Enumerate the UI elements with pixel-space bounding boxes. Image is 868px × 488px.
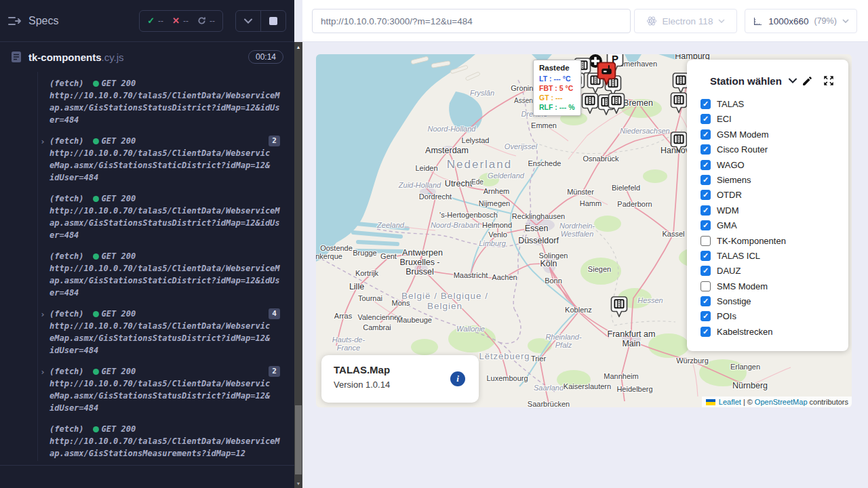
measurement-row: RLF : --- % <box>539 102 575 112</box>
checkbox-icon[interactable]: ✓ <box>701 160 711 170</box>
checkbox-label: ECI <box>717 114 732 124</box>
station-filter-talas-icl[interactable]: ✓TALAS ICL <box>701 251 848 261</box>
request-url: http://10.10.0.70/talas5/ClientData/Webs… <box>50 205 280 241</box>
chevron-down-icon[interactable] <box>789 78 797 83</box>
ruler-icon <box>753 16 763 26</box>
network-log-entry[interactable]: (fetch)GET 200http://10.10.0.70/talas5/C… <box>50 192 280 241</box>
stop-button[interactable] <box>260 11 285 31</box>
network-log-entry[interactable]: (fetch)GET 200http://10.10.0.70/talas5/C… <box>50 250 280 299</box>
marker-station[interactable] <box>608 93 625 117</box>
status-dot-icon <box>93 81 99 87</box>
checkbox-label: SMS Modem <box>717 281 768 291</box>
call-count-badge: 4 <box>269 308 280 319</box>
station-filter-wago[interactable]: ✓WAGO <box>701 160 848 170</box>
specs-title[interactable]: Specs <box>28 15 58 27</box>
request-url: http://10.10.0.70/talas5/ClientData/Webs… <box>50 378 280 414</box>
scroll-up-arrow[interactable]: ▲ <box>294 42 302 52</box>
checkbox-icon[interactable]: ✓ <box>701 205 711 216</box>
spec-file-icon <box>11 51 22 63</box>
expand-fullscreen-icon[interactable] <box>823 75 835 87</box>
viewport-select[interactable]: 1000x660 (79%) <box>745 9 857 33</box>
station-filter-pois[interactable]: ✓POIs <box>701 311 848 321</box>
tooltip-title: Rastede <box>539 64 575 72</box>
scrollbar-thumb[interactable] <box>295 405 302 474</box>
marker-station[interactable] <box>581 93 599 117</box>
network-log-entry[interactable]: ›(fetch)GET 2002http://10.10.0.70/talas5… <box>50 135 280 184</box>
url-input[interactable] <box>312 9 631 33</box>
measurement-row: LT : --- °C <box>539 74 575 83</box>
station-panel-title[interactable]: Station wählen <box>710 75 782 87</box>
station-filter-panel: Station wählen ✓TALAS✓ECI✓GSM Modem✓Cisc… <box>687 60 848 351</box>
expand-chevron-icon[interactable]: › <box>40 136 45 148</box>
station-filter-gsm-modem[interactable]: ✓GSM Modem <box>701 129 848 140</box>
checkbox-label: WAGO <box>717 160 745 170</box>
network-log-entry[interactable]: ›(fetch)GET 2004http://10.10.0.70/talas5… <box>50 308 280 357</box>
edit-pencil-icon[interactable] <box>802 75 813 87</box>
checkbox-icon[interactable]: ✓ <box>701 251 711 261</box>
checkbox-icon[interactable] <box>701 236 711 246</box>
checkbox-icon[interactable]: ✓ <box>701 175 711 185</box>
network-log-entry[interactable]: (fetch)GET 200http://10.10.0.70/talas5/C… <box>50 423 280 460</box>
checkbox-icon[interactable]: ✓ <box>701 266 711 276</box>
checkbox-icon[interactable]: ✓ <box>701 190 711 200</box>
electron-icon <box>646 16 657 26</box>
command-log: (fetch)GET 200http://10.10.0.70/talas5/C… <box>0 72 294 461</box>
status-dot-icon <box>93 253 99 260</box>
checkbox-icon[interactable]: ✓ <box>701 114 711 124</box>
aut-topbar: Electron 118 1000x660 (79%) <box>302 0 868 42</box>
station-filter-otdr[interactable]: ✓OTDR <box>701 190 848 200</box>
network-log-entry[interactable]: (fetch)GET 200http://10.10.0.70/talas5/C… <box>50 77 280 126</box>
status-dot-icon <box>93 196 99 202</box>
measurement-row: FBT : 5 °C <box>539 83 575 93</box>
checkbox-icon[interactable]: ✓ <box>701 129 711 140</box>
station-filter-gma[interactable]: ✓GMA <box>701 220 848 230</box>
specs-toggle-icon[interactable] <box>8 16 22 26</box>
station-filter-tk-komponenten[interactable]: TK-Komponenten <box>701 236 848 246</box>
checkbox-icon[interactable] <box>701 281 711 291</box>
info-icon[interactable]: i <box>450 371 465 386</box>
checkbox-icon[interactable]: ✓ <box>701 327 711 337</box>
marker-station[interactable] <box>670 131 688 155</box>
station-filter-sonstige[interactable]: ✓Sonstige <box>701 296 848 306</box>
station-filter-dauz[interactable]: ✓DAUZ <box>701 266 848 276</box>
chevron-down-icon <box>842 19 849 23</box>
stop-icon <box>269 17 277 25</box>
station-filter-list: ✓TALAS✓ECI✓GSM Modem✓Cisco Router✓WAGO✓S… <box>687 87 848 342</box>
network-log-entry[interactable]: ›(fetch)GET 2002http://10.10.0.70/talas5… <box>50 365 280 414</box>
marker-station-alarm[interactable] <box>597 62 616 88</box>
station-filter-siemens[interactable]: ✓Siemens <box>701 175 848 185</box>
marker-station[interactable] <box>670 92 688 116</box>
test-stats: ✓ -- ✕ -- -- <box>139 10 223 32</box>
request-url: http://10.10.0.70/talas5/ClientData/Webs… <box>50 262 280 299</box>
checkbox-icon[interactable]: ✓ <box>701 144 711 155</box>
ukraine-flag-icon <box>706 399 715 405</box>
app-title: TALAS.Map <box>334 364 467 375</box>
checkbox-icon[interactable]: ✓ <box>701 99 711 109</box>
tooltip-measurements: LT : --- °CFBT : 5 °CGT : ---RLF : --- % <box>539 74 575 112</box>
collapse-chevron-button[interactable] <box>236 11 260 31</box>
browser-select[interactable]: Electron 118 <box>634 9 737 33</box>
checkbox-icon[interactable]: ✓ <box>701 311 711 321</box>
status-dot-icon <box>93 369 99 375</box>
station-filter-eci[interactable]: ✓ECI <box>701 114 848 124</box>
station-filter-wdm[interactable]: ✓WDM <box>701 205 848 216</box>
station-filter-cisco-router[interactable]: ✓Cisco Router <box>701 144 848 155</box>
checkbox-label: GSM Modem <box>717 129 769 140</box>
expand-chevron-icon[interactable]: › <box>40 366 45 378</box>
leaflet-map[interactable]: HamburgBremerhavenBremenGroningenAssenDr… <box>316 54 852 407</box>
leaflet-link[interactable]: Leaflet <box>719 398 741 406</box>
osm-link[interactable]: OpenStreetMap <box>755 398 808 406</box>
scroll-down-arrow[interactable]: ▼ <box>294 479 302 488</box>
reporter-scrollbar[interactable]: ▲ ▼ <box>294 42 302 488</box>
aut-pane: Electron 118 1000x660 (79%) <box>302 0 868 488</box>
x-icon: ✕ <box>172 16 180 26</box>
station-filter-kabelstrecken[interactable]: ✓Kabelstrecken <box>701 327 848 337</box>
station-filter-sms-modem[interactable]: SMS Modem <box>701 281 848 291</box>
expand-chevron-icon[interactable]: › <box>40 308 45 321</box>
station-filter-talas[interactable]: ✓TALAS <box>701 99 848 109</box>
marker-station[interactable] <box>610 296 628 320</box>
spec-row[interactable]: tk-components.cy.js 00:14 <box>0 42 294 72</box>
station-tooltip: Rastede LT : --- °CFBT : 5 °CGT : ---RLF… <box>533 60 581 116</box>
checkbox-icon[interactable]: ✓ <box>701 220 711 230</box>
checkbox-icon[interactable]: ✓ <box>701 296 711 306</box>
